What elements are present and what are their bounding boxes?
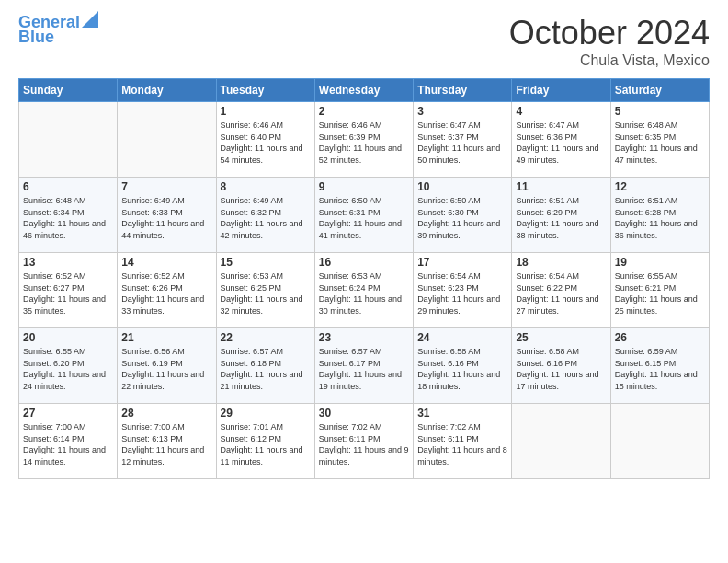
- day-info: Sunrise: 6:53 AMSunset: 6:24 PMDaylight:…: [319, 270, 409, 316]
- day-info: Sunrise: 6:57 AMSunset: 6:18 PMDaylight:…: [221, 346, 311, 392]
- calendar-cell: 1Sunrise: 6:46 AMSunset: 6:40 PMDaylight…: [216, 102, 314, 178]
- calendar-cell: [19, 102, 118, 178]
- calendar-header-row: Sunday Monday Tuesday Wednesday Thursday…: [19, 79, 710, 102]
- logo-text-line2: Blue: [18, 29, 54, 47]
- calendar-cell: 19Sunrise: 6:55 AMSunset: 6:21 PMDayligh…: [610, 253, 709, 328]
- calendar-cell: 7Sunrise: 6:49 AMSunset: 6:33 PMDaylight…: [118, 178, 216, 253]
- calendar-cell: 28Sunrise: 7:00 AMSunset: 6:13 PMDayligh…: [118, 404, 216, 479]
- calendar-table: Sunday Monday Tuesday Wednesday Thursday…: [18, 78, 710, 479]
- day-number: 23: [319, 331, 409, 344]
- calendar-cell: 15Sunrise: 6:53 AMSunset: 6:25 PMDayligh…: [216, 253, 314, 328]
- day-number: 5: [615, 105, 705, 118]
- day-number: 20: [23, 331, 113, 344]
- day-number: 25: [516, 331, 606, 344]
- header-wednesday: Wednesday: [314, 79, 413, 102]
- day-number: 6: [23, 180, 113, 193]
- calendar-cell: 2Sunrise: 6:46 AMSunset: 6:39 PMDaylight…: [314, 102, 413, 178]
- day-number: 27: [23, 407, 113, 419]
- day-info: Sunrise: 6:55 AMSunset: 6:21 PMDaylight:…: [615, 270, 705, 316]
- calendar-cell: 31Sunrise: 7:02 AMSunset: 6:11 PMDayligh…: [414, 404, 512, 479]
- header-saturday: Saturday: [610, 79, 709, 102]
- day-info: Sunrise: 6:51 AMSunset: 6:28 PMDaylight:…: [615, 195, 705, 241]
- day-number: 12: [615, 180, 705, 193]
- day-number: 18: [516, 256, 606, 269]
- calendar-cell: 26Sunrise: 6:59 AMSunset: 6:15 PMDayligh…: [610, 328, 709, 404]
- day-info: Sunrise: 7:02 AMSunset: 6:11 PMDaylight:…: [319, 421, 409, 467]
- day-info: Sunrise: 7:00 AMSunset: 6:14 PMDaylight:…: [23, 421, 113, 467]
- day-number: 29: [221, 407, 311, 419]
- day-number: 19: [615, 256, 705, 269]
- day-number: 16: [319, 256, 409, 269]
- header-sunday: Sunday: [19, 79, 118, 102]
- calendar-week-3: 13Sunrise: 6:52 AMSunset: 6:27 PMDayligh…: [19, 253, 710, 328]
- day-number: 24: [417, 331, 507, 344]
- day-number: 21: [121, 331, 211, 344]
- day-info: Sunrise: 6:53 AMSunset: 6:25 PMDaylight:…: [221, 270, 311, 316]
- calendar-cell: 12Sunrise: 6:51 AMSunset: 6:28 PMDayligh…: [610, 178, 709, 253]
- calendar-cell: 9Sunrise: 6:50 AMSunset: 6:31 PMDaylight…: [314, 178, 413, 253]
- day-info: Sunrise: 6:46 AMSunset: 6:40 PMDaylight:…: [221, 120, 311, 166]
- calendar-week-4: 20Sunrise: 6:55 AMSunset: 6:20 PMDayligh…: [19, 328, 710, 404]
- calendar-cell: 18Sunrise: 6:54 AMSunset: 6:22 PMDayligh…: [512, 253, 610, 328]
- calendar-cell: 21Sunrise: 6:56 AMSunset: 6:19 PMDayligh…: [118, 328, 216, 404]
- calendar-cell: 30Sunrise: 7:02 AMSunset: 6:11 PMDayligh…: [314, 404, 413, 479]
- day-info: Sunrise: 6:52 AMSunset: 6:27 PMDaylight:…: [23, 270, 113, 316]
- calendar-week-5: 27Sunrise: 7:00 AMSunset: 6:14 PMDayligh…: [19, 404, 710, 479]
- day-number: 3: [417, 105, 507, 118]
- calendar-cell: 25Sunrise: 6:58 AMSunset: 6:16 PMDayligh…: [512, 328, 610, 404]
- day-info: Sunrise: 6:48 AMSunset: 6:35 PMDaylight:…: [615, 120, 705, 166]
- logo: General Blue: [18, 14, 98, 47]
- day-number: 15: [221, 256, 311, 269]
- day-number: 22: [221, 331, 311, 344]
- day-info: Sunrise: 6:59 AMSunset: 6:15 PMDaylight:…: [615, 346, 705, 392]
- calendar-week-1: 1Sunrise: 6:46 AMSunset: 6:40 PMDaylight…: [19, 102, 710, 178]
- header-thursday: Thursday: [414, 79, 512, 102]
- calendar-cell: 3Sunrise: 6:47 AMSunset: 6:37 PMDaylight…: [414, 102, 512, 178]
- logo-bird-icon: [82, 11, 98, 28]
- day-number: 17: [417, 256, 507, 269]
- calendar-cell: 6Sunrise: 6:48 AMSunset: 6:34 PMDaylight…: [19, 178, 118, 253]
- day-number: 14: [121, 256, 211, 269]
- day-number: 13: [23, 256, 113, 269]
- day-number: 30: [319, 407, 409, 419]
- header-tuesday: Tuesday: [216, 79, 314, 102]
- day-info: Sunrise: 7:01 AMSunset: 6:12 PMDaylight:…: [221, 421, 311, 467]
- day-info: Sunrise: 6:57 AMSunset: 6:17 PMDaylight:…: [319, 346, 409, 392]
- day-number: 8: [221, 180, 311, 193]
- calendar-cell: 8Sunrise: 6:49 AMSunset: 6:32 PMDaylight…: [216, 178, 314, 253]
- day-info: Sunrise: 6:52 AMSunset: 6:26 PMDaylight:…: [121, 270, 211, 316]
- calendar-cell: 29Sunrise: 7:01 AMSunset: 6:12 PMDayligh…: [216, 404, 314, 479]
- day-info: Sunrise: 6:58 AMSunset: 6:16 PMDaylight:…: [516, 346, 606, 392]
- day-info: Sunrise: 6:55 AMSunset: 6:20 PMDaylight:…: [23, 346, 113, 392]
- calendar-cell: 13Sunrise: 6:52 AMSunset: 6:27 PMDayligh…: [19, 253, 118, 328]
- month-title: October 2024: [509, 14, 710, 52]
- header-friday: Friday: [512, 79, 610, 102]
- day-info: Sunrise: 7:00 AMSunset: 6:13 PMDaylight:…: [121, 421, 211, 467]
- calendar-cell: 10Sunrise: 6:50 AMSunset: 6:30 PMDayligh…: [414, 178, 512, 253]
- day-number: 10: [417, 180, 507, 193]
- day-number: 26: [615, 331, 705, 344]
- day-info: Sunrise: 6:47 AMSunset: 6:37 PMDaylight:…: [417, 120, 507, 166]
- day-number: 4: [516, 105, 606, 118]
- calendar-week-2: 6Sunrise: 6:48 AMSunset: 6:34 PMDaylight…: [19, 178, 710, 253]
- day-info: Sunrise: 6:47 AMSunset: 6:36 PMDaylight:…: [516, 120, 606, 166]
- day-info: Sunrise: 6:49 AMSunset: 6:33 PMDaylight:…: [121, 195, 211, 241]
- calendar-cell: [118, 102, 216, 178]
- day-number: 9: [319, 180, 409, 193]
- calendar-cell: 11Sunrise: 6:51 AMSunset: 6:29 PMDayligh…: [512, 178, 610, 253]
- calendar-cell: 24Sunrise: 6:58 AMSunset: 6:16 PMDayligh…: [414, 328, 512, 404]
- day-info: Sunrise: 6:46 AMSunset: 6:39 PMDaylight:…: [319, 120, 409, 166]
- day-info: Sunrise: 6:50 AMSunset: 6:31 PMDaylight:…: [319, 195, 409, 241]
- day-number: 31: [417, 407, 507, 419]
- calendar-cell: 22Sunrise: 6:57 AMSunset: 6:18 PMDayligh…: [216, 328, 314, 404]
- calendar-cell: 27Sunrise: 7:00 AMSunset: 6:14 PMDayligh…: [19, 404, 118, 479]
- day-info: Sunrise: 6:49 AMSunset: 6:32 PMDaylight:…: [221, 195, 311, 241]
- location: Chula Vista, Mexico: [509, 52, 710, 69]
- calendar-cell: 23Sunrise: 6:57 AMSunset: 6:17 PMDayligh…: [314, 328, 413, 404]
- day-info: Sunrise: 6:54 AMSunset: 6:23 PMDaylight:…: [417, 270, 507, 316]
- day-info: Sunrise: 6:48 AMSunset: 6:34 PMDaylight:…: [23, 195, 113, 241]
- page: General Blue October 2024 Chula Vista, M…: [0, 0, 728, 563]
- day-number: 7: [121, 180, 211, 193]
- calendar-cell: 14Sunrise: 6:52 AMSunset: 6:26 PMDayligh…: [118, 253, 216, 328]
- day-number: 11: [516, 180, 606, 193]
